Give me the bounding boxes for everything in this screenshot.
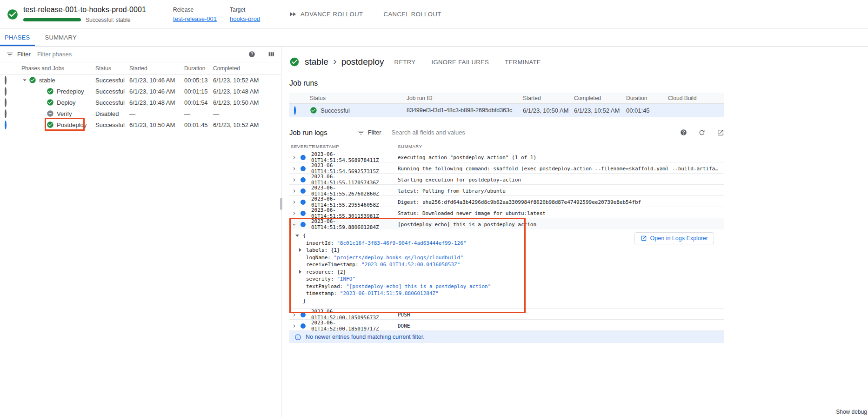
logs-open-in-new-button[interactable] bbox=[717, 129, 724, 136]
log-entry-json: { insertId: "8c01c16f-3f83-46f9-904f-4ad… bbox=[289, 229, 724, 309]
column-cloud-build: Cloud Build bbox=[668, 95, 724, 101]
job-run-id: 83499ef3-f3d1-48c3-b898-2695dbfd363c bbox=[407, 107, 523, 114]
show-debug-toggle[interactable]: Show debug bbox=[836, 409, 867, 415]
json-line: labels: {1} bbox=[289, 247, 724, 254]
log-timestamp: 2023-06-01T14:51:55.295546058Z bbox=[311, 196, 398, 208]
advance-rollout-button[interactable]: ADVANCE ROLLOUT bbox=[289, 10, 363, 18]
job-run-logs-title: Job run logs bbox=[289, 128, 327, 136]
column-completed: Completed bbox=[574, 95, 626, 101]
disabled-icon bbox=[47, 110, 54, 117]
job-radio-selected[interactable] bbox=[5, 121, 7, 129]
fast-forward-icon bbox=[289, 10, 297, 18]
column-severity: SEVERITY bbox=[289, 144, 311, 149]
log-entry-expanded[interactable]: 2023-06-01T14:51:59.880601284Z [postdepl… bbox=[289, 218, 724, 229]
success-icon bbox=[310, 107, 317, 114]
success-icon bbox=[47, 121, 54, 128]
open-in-logs-explorer-button[interactable]: Open in Logs Explorer bbox=[634, 232, 714, 244]
phases-filter-bar: Filter bbox=[0, 47, 281, 62]
job-completed: 6/1/23, 10:48 AM bbox=[213, 88, 281, 95]
job-success-icon bbox=[289, 57, 300, 67]
info-severity-icon bbox=[300, 166, 306, 172]
column-completed: Completed bbox=[213, 65, 281, 72]
job-radio[interactable] bbox=[5, 87, 7, 96]
column-status: Status bbox=[310, 95, 407, 101]
tab-phases[interactable]: PHASES bbox=[0, 29, 35, 46]
job-row-deploy[interactable]: Deploy Successful 6/1/23, 10:48 AM 00:01… bbox=[0, 97, 281, 108]
collapse-arrow-icon[interactable] bbox=[20, 76, 29, 84]
job-run-radio-selected[interactable] bbox=[294, 106, 296, 115]
log-timestamp: 2023-06-01T14:51:54.569257315Z bbox=[311, 162, 398, 175]
expand-tree-icon[interactable] bbox=[299, 270, 301, 274]
retry-button[interactable]: RETRY bbox=[394, 59, 416, 66]
log-entry[interactable]: 2023-06-01T14:52:00.185095673Z PUSH bbox=[289, 309, 724, 320]
expand-chevron-icon[interactable] bbox=[291, 199, 297, 205]
log-entry[interactable]: 2023-06-01T14:51:55.117057436Z Starting … bbox=[289, 174, 724, 185]
filter-phases-input[interactable] bbox=[37, 51, 248, 58]
column-summary: SUMMARY bbox=[398, 144, 724, 149]
expand-chevron-icon[interactable] bbox=[291, 323, 297, 329]
log-summary: DONE bbox=[398, 323, 724, 329]
log-timestamp: 2023-06-01T14:51:55.301153981Z bbox=[311, 207, 398, 219]
job-duration: — bbox=[184, 110, 213, 117]
column-display-button[interactable] bbox=[267, 51, 275, 58]
target-label: Target bbox=[230, 7, 260, 13]
open-in-new-icon bbox=[641, 235, 647, 242]
terminate-button[interactable]: TERMINATE bbox=[505, 59, 541, 66]
panel-resize-handle[interactable] bbox=[280, 198, 282, 210]
expand-chevron-icon[interactable] bbox=[291, 177, 297, 183]
cancel-rollout-button[interactable]: CANCEL ROLLOUT bbox=[384, 11, 441, 18]
columns-icon bbox=[267, 51, 275, 58]
phase-radio[interactable] bbox=[5, 76, 7, 85]
log-timestamp: 2023-06-01T14:51:55.267602860Z bbox=[311, 185, 398, 197]
info-severity-icon bbox=[300, 199, 306, 205]
log-entry[interactable]: 2023-06-01T14:51:55.295546058Z Digest: s… bbox=[289, 196, 724, 207]
job-row-verify[interactable]: Verify Disabled — — — bbox=[0, 108, 281, 119]
log-summary: [postdeploy-echo] this is a postdeploy a… bbox=[398, 222, 724, 228]
info-severity-icon bbox=[300, 323, 306, 329]
expand-chevron-icon[interactable] bbox=[291, 155, 297, 161]
expand-chevron-icon[interactable] bbox=[291, 188, 297, 194]
job-detail-header: stable postdeploy RETRY IGNORE FAILURES … bbox=[289, 57, 868, 67]
job-row-predeploy[interactable]: Predeploy Successful 6/1/23, 10:46 AM 00… bbox=[0, 86, 281, 97]
job-name: Postdeploy bbox=[57, 121, 87, 128]
column-started: Started bbox=[523, 95, 574, 101]
job-radio[interactable] bbox=[5, 109, 7, 118]
json-line: severity: "INFO" bbox=[289, 276, 724, 283]
logs-help-button[interactable] bbox=[680, 129, 687, 136]
job-status: Successful bbox=[95, 88, 129, 95]
expand-chevron-icon[interactable] bbox=[291, 312, 297, 318]
job-run-row[interactable]: Successful 83499ef3-f3d1-48c3-b898-2695d… bbox=[289, 104, 724, 117]
release-link[interactable]: test-release-001 bbox=[173, 15, 217, 22]
collapse-tree-icon[interactable] bbox=[295, 235, 299, 237]
tab-summary[interactable]: SUMMARY bbox=[40, 29, 81, 46]
breadcrumb-chevron-icon bbox=[330, 57, 340, 67]
ignore-failures-button[interactable]: IGNORE FAILURES bbox=[431, 59, 489, 66]
phase-row-stable[interactable]: stable Successful 6/1/23, 10:46 AM 00:05… bbox=[0, 74, 281, 86]
log-entry[interactable]: 2023-06-01T14:51:55.267602860Z latest: P… bbox=[289, 185, 724, 196]
logs-filter-button[interactable]: Filter bbox=[357, 129, 381, 136]
column-job-run-id: Job run ID bbox=[407, 95, 523, 101]
logs-table: SEVERITY TIMESTAMP SUMMARY 2023-06-01T14… bbox=[289, 142, 724, 331]
expand-chevron-icon[interactable] bbox=[291, 210, 297, 216]
job-detail-panel: stable postdeploy RETRY IGNORE FAILURES … bbox=[281, 47, 868, 417]
job-row-postdeploy[interactable]: Postdeploy Successful 6/1/23, 10:50 AM 0… bbox=[0, 119, 281, 130]
log-entry[interactable]: 2023-06-01T14:52:00.185019717Z DONE bbox=[289, 320, 724, 331]
help-icon bbox=[680, 129, 687, 136]
job-started: 6/1/23, 10:48 AM bbox=[129, 99, 184, 106]
expand-chevron-icon[interactable] bbox=[291, 166, 297, 172]
logs-search-input[interactable] bbox=[392, 129, 680, 136]
rollout-status-text: Successful: stable bbox=[86, 17, 131, 23]
target-link[interactable]: hooks-prod bbox=[230, 15, 260, 22]
info-icon bbox=[294, 334, 301, 341]
collapse-chevron-icon[interactable] bbox=[291, 222, 297, 228]
logs-refresh-button[interactable] bbox=[698, 129, 706, 136]
job-radio[interactable] bbox=[5, 98, 7, 107]
no-newer-entries-banner: No newer entries found matching current … bbox=[289, 331, 724, 343]
job-completed: 6/1/23, 10:52 AM bbox=[213, 121, 281, 128]
column-duration: Duration bbox=[184, 65, 213, 72]
help-button[interactable] bbox=[248, 51, 255, 58]
log-entry[interactable]: 2023-06-01T14:51:54.569257315Z Running t… bbox=[289, 162, 724, 174]
log-entry[interactable]: 2023-06-01T14:51:54.568978411Z executing… bbox=[289, 151, 724, 162]
expand-tree-icon[interactable] bbox=[299, 248, 301, 252]
log-entry[interactable]: 2023-06-01T14:51:55.301153981Z Status: D… bbox=[289, 207, 724, 218]
